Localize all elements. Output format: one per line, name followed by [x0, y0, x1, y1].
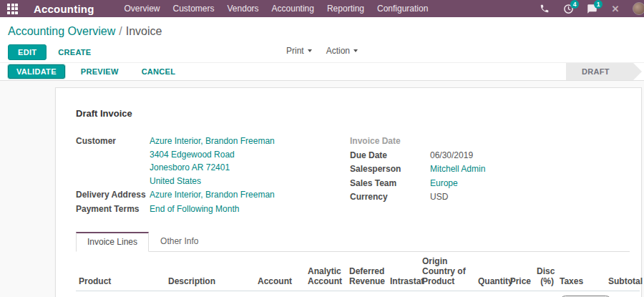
messages-chat-icon[interactable]: 1 [585, 3, 598, 14]
print-dropdown-label: Print [286, 46, 304, 56]
breadcrumb-current: Invoice [126, 25, 162, 37]
cell-description: [DESK0006] Customizable Desk (Custom, Bl… [165, 291, 255, 297]
customer-street[interactable]: 3404 Edgewood Road [150, 148, 275, 162]
payment-terms-label: Payment Terms [76, 203, 150, 216]
breadcrumb: Accounting Overview/Invoice [8, 25, 644, 38]
form-statusbar: VALIDATE PREVIEW CANCEL DRAFT [0, 62, 644, 81]
customer-country[interactable]: United States [150, 175, 275, 188]
field-salesperson: Salesperson Mitchell Admin [350, 162, 630, 176]
main-menu: Overview Customers Vendors Accounting Re… [125, 4, 429, 14]
invoice-date-label: Invoice Date [350, 135, 430, 148]
col-discount: Disc (%) [534, 255, 557, 291]
col-description: Description [165, 255, 255, 291]
activities-clock-icon[interactable]: 4 [562, 3, 575, 14]
caret-down-icon [353, 49, 358, 52]
systray-x-icon[interactable]: ✕ [609, 3, 622, 14]
breadcrumb-separator: / [119, 25, 122, 37]
caret-down-icon [308, 49, 312, 52]
cell-deferred-revenue [346, 291, 387, 297]
col-quantity: Quantity [475, 255, 505, 291]
salesperson-value[interactable]: Mitchell Admin [430, 162, 485, 176]
cell-product: [DESK0006] Customizable Desk (Custom, Bl… [76, 291, 165, 297]
cell-subtotal: $ 750.00 [605, 291, 640, 297]
apps-menu-icon[interactable] [7, 4, 18, 14]
customer-label: Customer [76, 135, 150, 188]
field-currency: Currency USD [350, 190, 630, 204]
cell-quantity: 1.000 [475, 291, 505, 297]
delivery-address-value[interactable]: Azure Interior, Brandon Freeman [150, 188, 275, 202]
currency-label: Currency [350, 190, 430, 204]
col-price: Price [505, 255, 534, 291]
currency-value: USD [430, 190, 448, 204]
field-payment-terms: Payment Terms End of Following Month [76, 203, 350, 216]
app-name[interactable]: Accounting [34, 3, 94, 15]
field-customer: Customer Azure Interior, Brandon Freeman… [76, 135, 350, 188]
invoice-line-row[interactable]: [DESK0006] Customizable Desk (Custom, Bl… [76, 291, 640, 297]
col-product: Product [76, 255, 165, 291]
table-header-row: Product Description Account Analytic Acc… [76, 255, 640, 291]
field-sales-team: Sales Team Europe [350, 177, 630, 190]
col-intrastat: Intrastat [387, 255, 419, 291]
cell-origin-country [419, 291, 475, 297]
activities-badge: 4 [570, 0, 579, 9]
notebook-tabs: Invoice Lines Other Info [76, 231, 630, 252]
field-delivery-address: Delivery Address Azure Interior, Brandon… [76, 188, 350, 202]
due-date-label: Due Date [350, 149, 430, 162]
tab-other-info[interactable]: Other Info [149, 232, 210, 252]
col-taxes: Taxes [557, 255, 605, 291]
col-analytic-account: Analytic Account [305, 255, 346, 291]
sales-team-value[interactable]: Europe [430, 177, 458, 190]
page-title: Draft Invoice [76, 108, 630, 119]
action-dropdown-label: Action [326, 46, 350, 56]
menu-configuration[interactable]: Configuration [377, 4, 428, 14]
cell-account: 200000 Product Sales [255, 291, 305, 297]
action-dropdown[interactable]: Action [326, 46, 358, 56]
create-button[interactable]: CREATE [51, 45, 98, 59]
customer-link[interactable]: Azure Interior, Brandon Freeman [150, 135, 275, 148]
user-avatar[interactable] [633, 2, 644, 15]
edit-button[interactable]: EDIT [8, 44, 47, 60]
cell-analytic-account [305, 291, 346, 297]
preview-button[interactable]: PREVIEW [74, 65, 126, 78]
field-due-date: Due Date 06/30/2019 [350, 149, 630, 162]
col-origin-country: Origin Country of Product [419, 255, 475, 291]
menu-vendors[interactable]: Vendors [228, 4, 259, 14]
invoice-sheet: Draft Invoice Customer Azure Interior, B… [55, 87, 642, 297]
form-content: Draft Invoice Customer Azure Interior, B… [0, 87, 644, 297]
menu-reporting[interactable]: Reporting [327, 4, 364, 14]
delivery-address-label: Delivery Address [76, 188, 150, 202]
col-account: Account [255, 255, 305, 291]
breadcrumb-parent[interactable]: Accounting Overview [8, 25, 115, 37]
cancel-button[interactable]: CANCEL [135, 65, 183, 78]
control-panel: Accounting Overview/Invoice EDIT CREATE … [0, 17, 644, 62]
phone-icon[interactable] [538, 3, 551, 14]
top-navbar: Accounting Overview Customers Vendors Ac… [0, 0, 644, 17]
col-subtotal: Subtotal [605, 255, 640, 291]
col-deferred-revenue: Deferred Revenue [346, 255, 387, 291]
sales-team-label: Sales Team [350, 177, 430, 190]
cell-taxes: Tax 15.00% [557, 291, 605, 297]
tab-invoice-lines[interactable]: Invoice Lines [76, 232, 149, 252]
payment-terms-value[interactable]: End of Following Month [150, 203, 239, 216]
customer-value: Azure Interior, Brandon Freeman 3404 Edg… [150, 135, 275, 188]
status-badge-draft: DRAFT [566, 63, 642, 80]
cell-price: 750.00 [505, 291, 534, 297]
systray: 4 1 ✕ [538, 2, 638, 15]
validate-button[interactable]: VALIDATE [8, 64, 65, 79]
messages-badge: 1 [594, 0, 602, 9]
customer-city[interactable]: Jonesboro AR 72401 [150, 161, 275, 175]
field-invoice-date: Invoice Date [350, 135, 630, 148]
salesperson-label: Salesperson [350, 162, 430, 176]
menu-customers[interactable]: Customers [173, 4, 215, 14]
cell-discount: 0.00 [534, 291, 557, 297]
menu-accounting[interactable]: Accounting [272, 4, 314, 14]
menu-overview[interactable]: Overview [125, 4, 160, 14]
invoice-lines-table: Product Description Account Analytic Acc… [76, 255, 640, 297]
cell-intrastat [387, 291, 419, 297]
print-dropdown[interactable]: Print [286, 46, 312, 56]
due-date-value: 06/30/2019 [430, 149, 473, 162]
